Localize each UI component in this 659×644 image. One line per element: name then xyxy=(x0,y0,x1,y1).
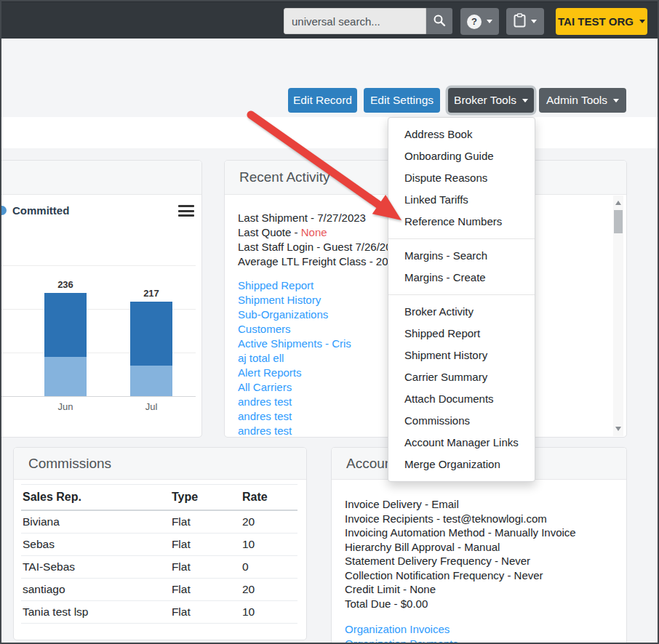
table-cell: Flat xyxy=(170,601,241,624)
table-row: BivianaFlat20 xyxy=(21,510,297,534)
search-input[interactable] xyxy=(284,8,426,34)
link-organization-invoices[interactable]: Organization Invoices xyxy=(345,622,626,637)
info-line: Hierarchy Bill Approval - Manual xyxy=(345,540,626,555)
edit-record-label: Edit Record xyxy=(293,94,352,107)
hamburger-icon[interactable] xyxy=(178,205,194,217)
commissions-panel: Commissions Sales Rep.TypeRate BivianaFl… xyxy=(13,447,307,640)
menu-item-margins-create[interactable]: Margins - Create xyxy=(388,267,535,289)
info-line: Invoice Recipients - test@teknowlogi.com xyxy=(345,512,626,526)
chart-gridline xyxy=(0,265,196,266)
menu-item-reference-numbers[interactable]: Reference Numbers xyxy=(388,211,535,233)
search-button[interactable] xyxy=(426,8,452,34)
table-row: SebasFlat10 xyxy=(21,534,297,556)
content-divider-band xyxy=(0,117,659,148)
broker-tools-button[interactable]: Broker Tools xyxy=(448,88,534,113)
menu-item-shipped-report[interactable]: Shipped Report xyxy=(388,323,535,345)
table-cell: Flat xyxy=(170,510,241,534)
admin-tools-label: Admin Tools xyxy=(546,94,607,107)
org-selector-button[interactable]: TAI TEST ORG xyxy=(556,8,647,35)
bar-segment-bottom-segment xyxy=(44,357,87,396)
link-organization-payments[interactable]: Organization Payments xyxy=(345,637,626,644)
info-line: Invoicing Automation Method - Manually I… xyxy=(345,526,626,540)
highlight-value: None xyxy=(301,226,327,238)
chart-panel-header xyxy=(0,161,201,195)
chevron-down-icon xyxy=(522,99,528,102)
scrollbar-thumb[interactable] xyxy=(614,210,623,233)
menu-item-merge-organization[interactable]: Merge Organization xyxy=(388,454,535,475)
menu-item-carrier-summary[interactable]: Carrier Summary xyxy=(388,366,535,388)
edit-settings-button[interactable]: Edit Settings xyxy=(364,88,440,113)
menu-item-onboarding-guide[interactable]: Onboarding Guide xyxy=(388,145,535,167)
bar-segment-bottom-segment xyxy=(130,366,172,396)
menu-divider xyxy=(388,294,535,295)
table-cell: Flat xyxy=(170,579,241,601)
menu-item-attach-documents[interactable]: Attach Documents xyxy=(388,388,535,410)
broker-tools-label: Broker Tools xyxy=(454,94,516,107)
accounting-links: Organization InvoicesOrganization Paymen… xyxy=(345,622,626,644)
menu-item-address-book[interactable]: Address Book xyxy=(388,124,535,145)
vertical-scrollbar[interactable] xyxy=(613,196,623,436)
chevron-down-icon xyxy=(613,99,619,102)
table-cell: 10 xyxy=(241,601,297,624)
table-row: TAI-SebasFlat0 xyxy=(21,556,297,579)
info-line: Invoice Delivery - Email xyxy=(345,497,626,512)
admin-tools-button[interactable]: Admin Tools xyxy=(539,88,626,113)
info-line: Credit Limit - None xyxy=(345,582,626,597)
bar-segment-top-segment xyxy=(130,302,172,366)
commissions-table: Sales Rep.TypeRate BivianaFlat20SebasFla… xyxy=(21,484,297,624)
menu-item-shipment-history[interactable]: Shipment History xyxy=(388,345,535,366)
clipboard-icon xyxy=(514,13,526,30)
column-header-rate: Rate xyxy=(241,485,297,511)
question-circle-icon: ? xyxy=(467,15,482,29)
accounting-info: Invoice Delivery - EmailInvoice Recipien… xyxy=(345,497,626,611)
table-cell: 10 xyxy=(241,534,297,556)
bar-segment-top-segment xyxy=(44,293,87,357)
table-cell: Flat xyxy=(170,556,241,579)
table-row: santiagoFlat20 xyxy=(21,579,297,601)
table-cell: Tania test lsp xyxy=(21,601,170,624)
edit-record-button[interactable]: Edit Record xyxy=(288,88,357,113)
chevron-down-icon xyxy=(531,20,537,23)
scroll-down-icon[interactable] xyxy=(615,427,621,431)
menu-item-account-manager-links[interactable]: Account Manager Links xyxy=(388,432,535,454)
shipments-chart-panel: Committed 236Jun217Jul xyxy=(0,160,202,438)
menu-item-commissions[interactable]: Commissions xyxy=(388,410,535,432)
table-cell: 20 xyxy=(241,579,297,601)
commissions-header: Commissions xyxy=(14,448,306,480)
table-cell: Biviana xyxy=(21,510,170,534)
help-dropdown-button[interactable]: ? xyxy=(460,8,499,35)
axis-category-label: Jul xyxy=(130,401,172,412)
axis-category-label: Jun xyxy=(44,401,87,412)
broker-tools-menu: Address BookOnboarding GuideDispute Reas… xyxy=(388,117,535,482)
stacked-bar-chart: Committed 236Jun217Jul xyxy=(0,195,201,438)
table-cell: santiago xyxy=(21,579,170,601)
chevron-down-icon xyxy=(639,20,645,23)
scroll-up-icon[interactable] xyxy=(615,201,621,205)
table-cell: 0 xyxy=(241,556,297,579)
table-header-row: Sales Rep.TypeRate xyxy=(21,485,297,511)
org-selector-label: TAI TEST ORG xyxy=(558,15,634,28)
table-cell: 20 xyxy=(241,510,297,534)
menu-item-margins-search[interactable]: Margins - Search xyxy=(388,245,535,267)
menu-item-linked-tariffs[interactable]: Linked Tariffs xyxy=(388,189,535,211)
menu-item-broker-activity[interactable]: Broker Activity xyxy=(388,301,535,323)
chevron-down-icon xyxy=(487,20,492,23)
table-row: Tania test lspFlat10 xyxy=(21,601,297,624)
search-icon xyxy=(433,14,446,29)
table-cell: TAI-Sebas xyxy=(21,556,170,579)
bar-value-label: 217 xyxy=(130,288,172,299)
table-cell: Flat xyxy=(170,534,241,556)
menu-item-dispute-reasons[interactable]: Dispute Reasons xyxy=(388,167,535,189)
chart-axis-line xyxy=(0,396,196,397)
panel-title: Recent Activity xyxy=(239,169,330,185)
chart-legend[interactable]: Committed xyxy=(0,204,69,217)
info-line: Collection Notification Frequency - Neve… xyxy=(345,568,626,583)
bar-value-label: 236 xyxy=(44,279,87,290)
table-cell: Sebas xyxy=(21,534,170,556)
top-navbar: ? TAI TEST ORG xyxy=(0,0,659,39)
universal-search-group xyxy=(284,8,452,34)
clipboard-dropdown-button[interactable] xyxy=(506,8,544,35)
legend-marker xyxy=(0,206,7,215)
panel-title: Commissions xyxy=(28,456,111,472)
legend-label: Committed xyxy=(12,204,69,217)
